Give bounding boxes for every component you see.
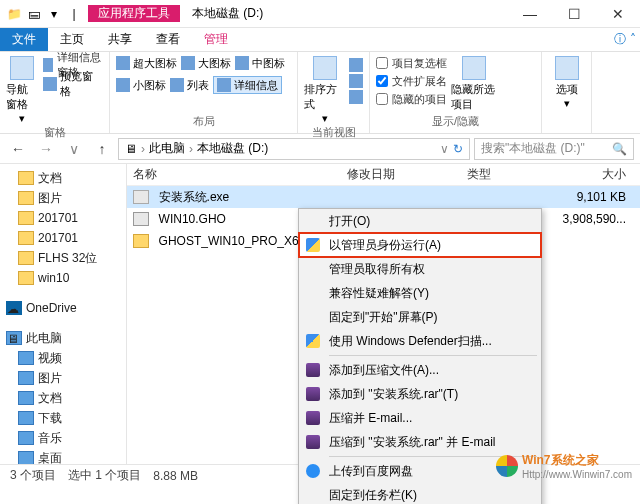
up-button[interactable]: ↑	[90, 137, 114, 161]
title-section: 应用程序工具 本地磁盘 (D:)	[88, 0, 275, 27]
item-checkbox-toggle[interactable]: 项目复选框	[376, 54, 447, 72]
file-ext-toggle[interactable]: 文件扩展名	[376, 72, 447, 90]
ctx-pin-taskbar[interactable]: 固定到任务栏(K)	[299, 483, 541, 504]
exe-icon	[133, 190, 149, 204]
dropdown-icon[interactable]: ▾	[46, 6, 62, 22]
folder-icon	[133, 234, 149, 248]
addr-dropdown-icon[interactable]: ∨	[440, 142, 449, 156]
search-input[interactable]: 搜索"本地磁盘 (D:)" 🔍	[474, 138, 634, 160]
separator-icon: |	[66, 6, 82, 22]
recent-dropdown[interactable]: ∨	[62, 137, 86, 161]
contextual-tab-label: 应用程序工具	[88, 5, 180, 22]
drive-icon: 🖴	[26, 6, 42, 22]
layout-extra-large[interactable]: 超大图标	[116, 54, 177, 72]
ctx-separator	[329, 456, 537, 457]
ctx-baidu[interactable]: 上传到百度网盘	[299, 459, 541, 483]
preview-pane-button[interactable]: 预览窗格	[43, 75, 103, 93]
ribbon: 导航窗格▾ 详细信息窗格 预览窗格 窗格 超大图标 大图标 中图标 小图标 列表…	[0, 52, 640, 134]
status-count: 3 个项目	[10, 467, 56, 484]
breadcrumb[interactable]: 🖥 › 此电脑 › 本地磁盘 (D:) ∨ ↻	[118, 138, 470, 160]
nav-pictures: 图片	[0, 188, 126, 208]
col-size: 大小	[557, 166, 640, 183]
back-button[interactable]: ←	[6, 137, 30, 161]
tab-view[interactable]: 查看	[144, 28, 192, 51]
nav-documents: 文档	[0, 168, 126, 188]
baidu-icon	[306, 464, 320, 478]
minimize-button[interactable]: —	[508, 0, 552, 27]
archive-icon	[306, 387, 320, 401]
ctx-add-archive[interactable]: 添加到压缩文件(A)...	[299, 358, 541, 382]
context-menu: 打开(O) 以管理员身份运行(A) 管理员取得所有权 兼容性疑难解答(Y) 固定…	[298, 208, 542, 504]
size-col-icon[interactable]	[349, 90, 363, 104]
layout-large[interactable]: 大图标	[181, 54, 231, 72]
col-type: 类型	[467, 166, 557, 183]
ctx-run-as-admin[interactable]: 以管理员身份运行(A)	[299, 233, 541, 257]
crumb-drive[interactable]: 本地磁盘 (D:)	[197, 140, 268, 157]
layout-small[interactable]: 小图标	[116, 76, 166, 94]
status-size: 8.88 MB	[153, 469, 198, 483]
refresh-icon[interactable]: ↻	[453, 142, 463, 156]
gho-icon	[133, 212, 149, 226]
group-icon[interactable]	[349, 58, 363, 72]
list-header[interactable]: 名称 修改日期 类型 大小	[127, 164, 640, 186]
maximize-button[interactable]: ☐	[552, 0, 596, 27]
nav-downloads: 下载	[0, 408, 126, 428]
hide-selected-button[interactable]: 隐藏所选项目	[451, 54, 497, 112]
group-showhide-label: 显示/隐藏	[376, 114, 535, 131]
ctx-add-rar[interactable]: 添加到 "安装系统.rar"(T)	[299, 382, 541, 406]
archive-icon	[306, 363, 320, 377]
nav-201701b: 201701	[0, 228, 126, 248]
nav-tree[interactable]: 文档 图片 201701 201701 FLHS 32位 win10 ☁OneD…	[0, 164, 127, 464]
address-bar: ← → ∨ ↑ 🖥 › 此电脑 › 本地磁盘 (D:) ∨ ↻ 搜索"本地磁盘 …	[0, 134, 640, 164]
file-row[interactable]: 安装系统.exe 9,101 KB	[127, 186, 640, 208]
window-title: 本地磁盘 (D:)	[180, 5, 275, 22]
ctx-pin-start[interactable]: 固定到"开始"屏幕(P)	[299, 305, 541, 329]
nav-flhs: FLHS 32位	[0, 248, 126, 268]
nav-thispc: 🖥此电脑	[0, 328, 126, 348]
shield-icon	[306, 334, 320, 348]
title-bar: 📁 🖴 ▾ | 应用程序工具 本地磁盘 (D:) — ☐ ✕	[0, 0, 640, 28]
nav-201701a: 201701	[0, 208, 126, 228]
forward-button[interactable]: →	[34, 137, 58, 161]
folder-icon: 📁	[6, 6, 22, 22]
ctx-admin-ownership[interactable]: 管理员取得所有权	[299, 257, 541, 281]
window-controls: — ☐ ✕	[508, 0, 640, 27]
hidden-items-toggle[interactable]: 隐藏的项目	[376, 90, 447, 108]
pc-icon: 🖥	[125, 142, 137, 156]
search-icon: 🔍	[612, 142, 627, 156]
ctx-defender[interactable]: 使用 Windows Defender扫描...	[299, 329, 541, 353]
close-button[interactable]: ✕	[596, 0, 640, 27]
shield-icon	[306, 238, 320, 252]
quick-access: 📁 🖴 ▾ |	[0, 0, 88, 27]
ctx-email[interactable]: 压缩并 E-mail...	[299, 406, 541, 430]
nav-desktop: 桌面	[0, 448, 126, 464]
archive-icon	[306, 411, 320, 425]
layout-list[interactable]: 列表	[170, 76, 209, 94]
nav-pictures2: 图片	[0, 368, 126, 388]
tab-file[interactable]: 文件	[0, 28, 48, 51]
status-selected: 选中 1 个项目	[68, 467, 141, 484]
nav-win10: win10	[0, 268, 126, 288]
nav-pane-button[interactable]: 导航窗格▾	[6, 54, 39, 125]
ribbon-help-icon[interactable]: ⓘ ˄	[610, 28, 640, 51]
crumb-thispc[interactable]: 此电脑	[149, 140, 185, 157]
ctx-rar-email[interactable]: 压缩到 "安装系统.rar" 并 E-mail	[299, 430, 541, 454]
options-button[interactable]: 选项▾	[548, 54, 585, 110]
tab-home[interactable]: 主页	[48, 28, 96, 51]
tab-share[interactable]: 共享	[96, 28, 144, 51]
group-layout-label: 布局	[116, 114, 291, 131]
col-name: 名称	[127, 166, 347, 183]
ctx-open[interactable]: 打开(O)	[299, 209, 541, 233]
nav-documents2: 文档	[0, 388, 126, 408]
sort-button[interactable]: 排序方式▾	[304, 54, 345, 125]
tab-manage[interactable]: 管理	[192, 28, 240, 51]
archive-icon	[306, 435, 320, 449]
ctx-troubleshoot[interactable]: 兼容性疑难解答(Y)	[299, 281, 541, 305]
nav-videos: 视频	[0, 348, 126, 368]
nav-music: 音乐	[0, 428, 126, 448]
layout-details[interactable]: 详细信息	[213, 76, 282, 94]
col-date: 修改日期	[347, 166, 467, 183]
layout-medium[interactable]: 中图标	[235, 54, 285, 72]
add-col-icon[interactable]	[349, 74, 363, 88]
ribbon-tabs: 文件 主页 共享 查看 管理 ⓘ ˄	[0, 28, 640, 52]
